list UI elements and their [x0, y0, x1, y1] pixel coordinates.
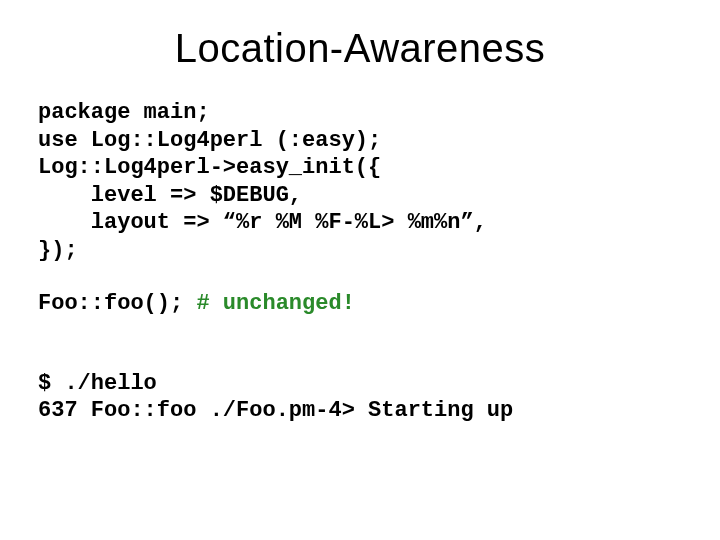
code-line: use Log::Log4perl (:easy);	[38, 128, 381, 153]
code-call: Foo::foo();	[38, 291, 196, 316]
code-line: layout => “%r %M %F-%L> %m%n”,	[38, 210, 487, 235]
slide: Location-Awareness package main; use Log…	[0, 0, 720, 540]
code-call-line: Foo::foo(); # unchanged!	[38, 290, 682, 318]
shell-output: 637 Foo::foo ./Foo.pm-4> Starting up	[38, 398, 513, 423]
code-line: level => $DEBUG,	[38, 183, 302, 208]
spacer	[38, 318, 682, 370]
code-line: Log::Log4perl->easy_init({	[38, 155, 381, 180]
code-line: package main;	[38, 100, 210, 125]
slide-title: Location-Awareness	[38, 26, 682, 71]
code-block: package main; use Log::Log4perl (:easy);…	[38, 99, 682, 264]
code-line: });	[38, 238, 78, 263]
shell-command: $ ./hello	[38, 371, 157, 396]
output-block: $ ./hello 637 Foo::foo ./Foo.pm-4> Start…	[38, 370, 682, 425]
spacer	[38, 264, 682, 290]
code-comment: # unchanged!	[196, 291, 354, 316]
